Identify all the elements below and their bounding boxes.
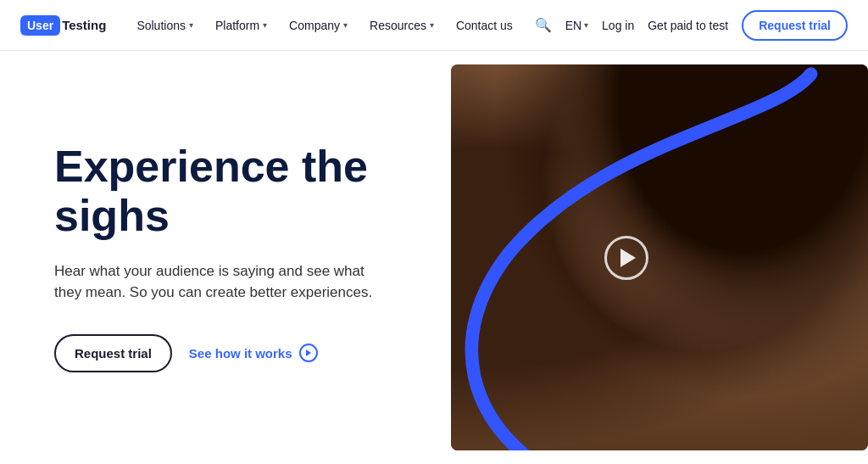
search-icon[interactable]: 🔍 <box>535 17 552 33</box>
hero-left-content: Experience the sighs Hear what your audi… <box>0 51 434 464</box>
nav-solutions[interactable]: Solutions ▾ <box>126 12 203 39</box>
nav-resources-label: Resources <box>370 19 426 32</box>
language-chevron-icon: ▾ <box>584 20 588 30</box>
hero-see-how-link[interactable]: See how it works <box>189 344 318 362</box>
see-how-label: See how it works <box>189 346 292 361</box>
nav-platform-label: Platform <box>215 19 259 32</box>
nav-company-chevron-icon: ▾ <box>343 20 348 30</box>
nav-solutions-chevron-icon: ▾ <box>189 20 193 30</box>
person-image-overlay <box>451 64 868 450</box>
hero-subtitle: Hear what your audience is saying and se… <box>54 260 376 304</box>
nav-solutions-label: Solutions <box>136 19 186 32</box>
nav-contact-label: Contact us <box>456 19 513 32</box>
nav-company[interactable]: Company ▾ <box>279 12 358 39</box>
get-paid-link[interactable]: Get paid to test <box>648 19 728 32</box>
hero-image-container <box>451 64 868 450</box>
hero-buttons: Request trial See how it works <box>54 334 393 372</box>
login-button[interactable]: Log in <box>602 19 634 32</box>
nav-resources-chevron-icon: ▾ <box>430 20 434 30</box>
nav-right: 🔍 EN ▾ Log in Get paid to test Request t… <box>535 10 848 41</box>
nav-resources[interactable]: Resources ▾ <box>359 12 444 39</box>
logo[interactable]: User Testing <box>20 15 106 36</box>
language-selector[interactable]: EN ▾ <box>565 19 588 32</box>
nav-request-trial-button[interactable]: Request trial <box>742 10 848 41</box>
hero-right-image <box>434 51 868 464</box>
hero-section: Experience the sighs Hear what your audi… <box>0 51 868 464</box>
hero-image-background <box>451 64 868 450</box>
hero-request-trial-button[interactable]: Request trial <box>54 334 172 372</box>
nav-company-label: Company <box>289 19 340 32</box>
video-play-button[interactable] <box>604 236 648 280</box>
play-circle-icon <box>299 344 318 362</box>
hero-title: Experience the sighs <box>54 143 393 239</box>
nav-platform[interactable]: Platform ▾ <box>205 12 277 39</box>
play-triangle-icon <box>620 249 636 267</box>
logo-testing-part: Testing <box>62 18 106 32</box>
logo-user-part: User <box>20 15 60 36</box>
language-label: EN <box>565 19 581 32</box>
navigation: User Testing Solutions ▾ Platform ▾ Comp… <box>0 0 868 51</box>
nav-links: Solutions ▾ Platform ▾ Company ▾ Resourc… <box>126 12 534 39</box>
nav-platform-chevron-icon: ▾ <box>263 20 267 30</box>
nav-contact[interactable]: Contact us <box>446 12 523 39</box>
